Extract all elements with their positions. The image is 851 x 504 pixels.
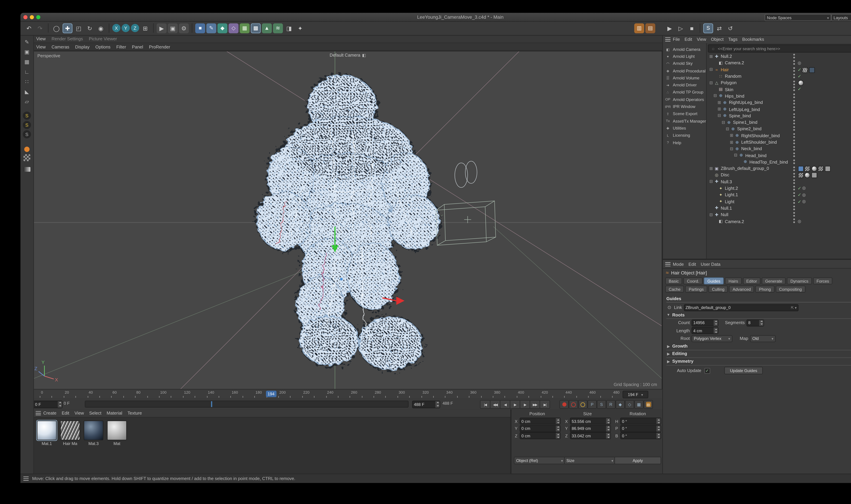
size-mode-select[interactable]: Size ▾ <box>564 457 615 464</box>
tree-row-leftupleg-bind[interactable]: ⊞⊕LeftUpLeg_bind <box>707 106 851 112</box>
object-manager-menu-view[interactable]: View <box>697 37 706 42</box>
palette-item-arnold-light[interactable]: ✦Arnold Light <box>663 53 706 60</box>
object-label[interactable]: Light.2 <box>725 186 738 191</box>
node-spaces-select[interactable]: Node Spaces ▾ <box>765 14 831 21</box>
object-manager-menu-edit[interactable]: Edit <box>684 37 692 42</box>
visibility-dots-icon[interactable] <box>793 212 796 217</box>
keyframe-selection-button[interactable] <box>578 400 588 409</box>
expander-icon[interactable]: ⊞ <box>729 133 734 138</box>
tree-row-spine1-bind[interactable]: ⊟⊕Spine1_bind <box>707 119 851 126</box>
tab-basic[interactable]: Basic <box>665 277 682 284</box>
material-menu-material[interactable]: Material <box>107 411 122 416</box>
volume-icon[interactable]: ▲ <box>262 23 272 33</box>
coordinate-field[interactable]: 0 ° <box>620 432 661 439</box>
object-label[interactable]: Null.1 <box>721 205 732 211</box>
attribute-menu-user-data[interactable]: User Data <box>701 262 720 267</box>
palette-item-arnold-driver[interactable]: ➔Arnold Driver <box>663 82 706 89</box>
enabled-check-icon[interactable]: ✓ <box>798 87 801 92</box>
add-spline-icon[interactable]: ✎ <box>206 23 216 33</box>
viewport-canvas[interactable]: Perspective Default Camera ◧ Grid Spacin… <box>33 51 662 390</box>
points-mode-icon[interactable]: ∷ <box>22 77 32 86</box>
redo-icon[interactable]: ↷ <box>35 23 45 33</box>
object-label[interactable]: Spine1_bind <box>733 120 758 125</box>
stepper[interactable] <box>713 328 718 334</box>
tab-editor[interactable]: Editor <box>743 277 761 284</box>
convert-object-icon[interactable]: ✎ <box>22 37 32 46</box>
visibility-dots-icon[interactable] <box>793 60 796 66</box>
target-tag-icon[interactable]: ◎ <box>798 60 801 65</box>
go-to-end-button[interactable]: ▶| <box>540 400 550 409</box>
stepper[interactable] <box>555 433 560 439</box>
expander-icon[interactable]: ⊞ <box>717 100 722 105</box>
snap-modeling-icon[interactable]: S <box>23 121 31 129</box>
viewport-menu-options[interactable]: Options <box>95 44 110 49</box>
snap-workplane-icon[interactable]: S <box>23 130 31 139</box>
apply-button[interactable]: Apply <box>614 457 661 464</box>
material-menu-select[interactable]: Select <box>89 411 101 416</box>
coordinate-field[interactable]: 0 cm <box>520 432 560 439</box>
tab-advanced[interactable]: Advanced <box>729 286 754 292</box>
object-label[interactable]: Camera.2 <box>725 60 744 66</box>
enabled-check-icon[interactable]: ✓ <box>798 67 801 72</box>
object-label[interactable]: Light.1 <box>725 192 738 198</box>
root-select[interactable]: Polygon Vertex ▾ <box>692 335 732 342</box>
attribute-menu-edit[interactable]: Edit <box>689 262 696 267</box>
viewport-menu-prorender[interactable]: ProRender <box>149 44 170 49</box>
paint-tool-icon[interactable]: ⬤ <box>22 144 32 153</box>
render-settings-icon[interactable]: ⚙ <box>179 23 189 33</box>
power-slider[interactable] <box>85 401 409 408</box>
stepper[interactable] <box>606 418 610 424</box>
coordinate-field[interactable]: 0 ° <box>620 425 661 432</box>
scene-render[interactable]: Y X Z <box>34 51 662 390</box>
coordinate-field[interactable]: 86.949 cm <box>570 425 611 432</box>
material-item[interactable]: Mat <box>107 420 127 446</box>
visibility-dots-icon[interactable] <box>793 93 796 98</box>
tree-row-null-2[interactable]: ⊞✚Null.2 <box>707 53 851 60</box>
link-context-icon[interactable]: ⊙ <box>666 305 672 310</box>
next-frame-button[interactable]: ▶ <box>520 400 530 409</box>
palette-item-asset-tx-manager[interactable]: TxAsset/Tx Manager <box>663 117 706 124</box>
link-field[interactable]: ZBrush_default_group_0 ⇱ ▾ <box>684 304 798 311</box>
visibility-dots-icon[interactable] <box>793 80 796 86</box>
palette-item-ipr-window[interactable]: IPRIPR Window <box>663 103 706 110</box>
move-tool-icon[interactable]: ✚ <box>63 23 72 33</box>
add-cube-icon[interactable]: ■ <box>195 23 205 33</box>
render-picture-viewer-icon[interactable]: ▣ <box>168 23 178 33</box>
object-label[interactable]: Polygon <box>721 80 736 86</box>
scale-tool-icon[interactable]: ◰ <box>74 23 84 33</box>
section-editing[interactable]: ▶Editing <box>666 350 851 358</box>
tab-cache[interactable]: Cache <box>665 286 684 292</box>
object-label[interactable]: Camera.2 <box>725 219 744 224</box>
update-guides-button[interactable]: Update Guides <box>724 367 763 374</box>
timeline-ruler[interactable]: 194 194 F ▾ 0204060801001201401601802002… <box>33 389 662 399</box>
key-pla-button[interactable]: ◇ <box>625 400 634 409</box>
hair-material-tag-icon[interactable] <box>802 67 808 73</box>
autokey-button[interactable] <box>569 400 578 409</box>
visibility-dots-icon[interactable] <box>793 54 796 59</box>
camera-tool-icon[interactable]: ◨ <box>284 23 294 33</box>
material-tag-sphere-icon[interactable] <box>798 80 803 86</box>
material-tag-checker-icon[interactable] <box>818 166 823 172</box>
timeline-mode-button[interactable]: ▦ <box>634 400 644 409</box>
target-tag-icon[interactable]: ◎ <box>802 199 806 204</box>
simulate-icon[interactable]: ▩ <box>251 23 261 33</box>
tree-row-rightshoulder-bind[interactable]: ⊞⊕RightShoulder_bind <box>707 132 851 139</box>
visibility-dots-icon[interactable] <box>793 173 796 178</box>
object-label[interactable]: Null.3 <box>721 179 732 184</box>
stepper[interactable] <box>713 320 718 326</box>
object-label[interactable]: Null.2 <box>721 54 732 59</box>
viewport-camera-label[interactable]: Default Camera ◧ <box>330 53 366 58</box>
object-label[interactable]: Head_bind <box>745 153 767 158</box>
tree-row-null-1[interactable]: ✚Null.1 <box>707 205 851 212</box>
visibility-dots-icon[interactable] <box>793 73 796 79</box>
count-field[interactable]: 14956 <box>692 319 718 326</box>
object-label[interactable]: Random <box>725 74 741 79</box>
tree-row-neck-bind[interactable]: ⊟⊕Neck_bind <box>707 146 851 152</box>
object-manager-menu-bookmarks[interactable]: Bookmarks <box>742 37 764 42</box>
live-selection-icon[interactable]: ◯ <box>51 23 61 33</box>
enabled-check-icon[interactable]: ✓ <box>798 199 801 204</box>
light-tool-icon[interactable]: ✦ <box>295 23 305 33</box>
material-thumbnail[interactable] <box>60 420 80 440</box>
palette-item-arnold-procedural[interactable]: ❖Arnold Procedural <box>663 67 706 74</box>
search-input[interactable]: ◌ <<Enter your search string here>> <box>708 44 851 53</box>
